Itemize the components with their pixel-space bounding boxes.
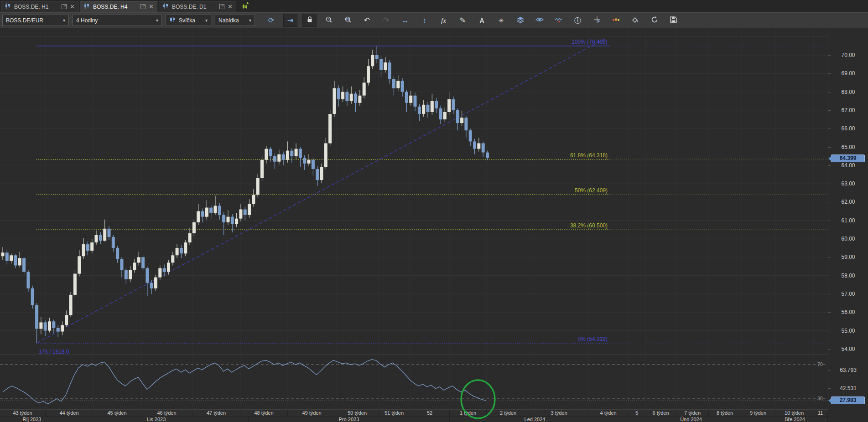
candlestick-icon xyxy=(169,16,176,24)
sync-button[interactable] xyxy=(647,14,661,27)
crosshair-button[interactable] xyxy=(590,14,604,27)
week-label: 47 týden xyxy=(192,410,240,416)
redo-button: ↷ xyxy=(379,14,393,27)
jump-to-latest-button[interactable]: ⇥ xyxy=(283,14,297,27)
fib-level-label[interactable]: 38.2% (60.500) xyxy=(525,222,608,229)
chart-type-select[interactable]: Svíčka▾ xyxy=(166,15,211,26)
horizontal-scale-button[interactable]: ↔ xyxy=(398,14,412,27)
price-axis-label: 69.00 xyxy=(828,70,868,77)
axis-tick xyxy=(828,388,831,389)
rsi-axis-label: 42.531 xyxy=(828,385,868,391)
fib-level-label[interactable]: 100% (70.499) xyxy=(525,39,608,45)
jump-to-latest-icon: ⇥ xyxy=(287,17,293,24)
fib-level-label[interactable]: 0% (54.319) xyxy=(525,336,608,342)
pattern-button[interactable] xyxy=(551,14,566,27)
month-label: Bře 2024 xyxy=(762,417,828,422)
refresh-icon: ⟳ xyxy=(268,17,274,24)
chevron-down-icon: ▾ xyxy=(249,18,251,23)
timeframe-select[interactable]: 4 Hodiny▾ xyxy=(73,15,162,26)
undo-icon: ↶ xyxy=(364,17,370,24)
price-axis-label: 65.00 xyxy=(828,144,868,150)
candlestick-icon xyxy=(162,3,169,10)
dropdown-value: 4 Hodiny xyxy=(76,17,98,24)
price-axis-label: 58.00 xyxy=(828,273,868,279)
symbol-select[interactable]: BOSS.DE/EUR▾ xyxy=(2,15,69,26)
sync-icon xyxy=(651,16,658,25)
chevron-down-icon: ▾ xyxy=(205,18,208,23)
refresh-button[interactable]: ⟳ xyxy=(264,14,278,27)
tab-bar: BOSS.DE, H1✕BOSS.DE, H4✕BOSS.DE, D1✕ xyxy=(0,0,868,12)
layers-button[interactable] xyxy=(513,14,527,27)
chart-region[interactable]: 43 týden44 týden45 týden46 týden47 týden… xyxy=(0,28,868,422)
close-icon[interactable]: ✕ xyxy=(70,4,75,10)
axis-tick xyxy=(828,165,831,166)
week-label: 1 týden xyxy=(450,410,487,416)
week-label: 11 xyxy=(813,410,828,416)
watch-eye-button[interactable] xyxy=(532,14,546,27)
lock-button[interactable] xyxy=(302,14,317,27)
week-label: 45 týden xyxy=(93,410,141,416)
popout-icon[interactable] xyxy=(219,4,224,9)
menu-select[interactable]: Nabídka▾ xyxy=(215,15,255,26)
price-axis[interactable]: 64.399 27.983 70.0069.0068.0067.0066.006… xyxy=(828,28,868,422)
axis-tick xyxy=(828,349,831,350)
redo-icon: ↷ xyxy=(383,17,389,24)
horizontal-scale-icon: ↔ xyxy=(402,17,409,24)
fib-level-label[interactable]: 50% (62.409) xyxy=(525,187,608,194)
month-label: Lis 2023 xyxy=(64,417,249,422)
close-icon[interactable]: ✕ xyxy=(149,4,154,10)
fib-level-label[interactable]: 61.8% (64.318) xyxy=(525,152,608,159)
week-label: 2 týden xyxy=(487,410,530,416)
tab-boss-de-h1[interactable]: BOSS.DE, H1✕ xyxy=(1,1,78,12)
week-label: 52 xyxy=(410,410,450,416)
rsi-level-label: 30 xyxy=(816,396,824,401)
save-button[interactable] xyxy=(666,14,681,27)
week-label: 4 týden xyxy=(588,410,629,416)
rsi-axis-label: 63.793 xyxy=(828,367,868,373)
color-fill-button[interactable] xyxy=(628,14,642,27)
axis-tick xyxy=(828,221,831,221)
time-axis[interactable]: 43 týden44 týden45 týden46 týden47 týden… xyxy=(0,409,828,422)
week-label: 9 týden xyxy=(741,410,775,416)
text-tool-button[interactable]: A xyxy=(475,14,489,27)
zoom-area-icon xyxy=(344,16,352,25)
close-icon[interactable]: ✕ xyxy=(228,4,233,10)
popout-icon[interactable] xyxy=(62,4,67,9)
indicators-fx-button[interactable]: fx xyxy=(437,14,451,27)
tab-boss-de-d1[interactable]: BOSS.DE, D1✕ xyxy=(159,1,236,12)
zoom-area-button[interactable] xyxy=(341,14,355,27)
vertical-scale-button[interactable]: ↕ xyxy=(417,14,431,27)
price-axis-label: 62.00 xyxy=(828,199,868,205)
pattern-icon xyxy=(555,16,563,25)
price-axis-label: 55.00 xyxy=(828,328,868,334)
undo-button[interactable]: ↶ xyxy=(360,14,374,27)
dropdown-value: Nabídka xyxy=(218,17,239,24)
time-axis-week-row: 43 týden44 týden45 týden46 týden47 týden… xyxy=(0,409,828,416)
color-fill-icon xyxy=(631,16,639,25)
price-axis-label: 67.00 xyxy=(828,107,868,113)
popout-icon[interactable] xyxy=(140,4,146,9)
axis-tick xyxy=(828,294,831,294)
axis-tick xyxy=(828,92,831,93)
axis-tick xyxy=(828,257,831,257)
dropdown-value: BOSS.DE/EUR xyxy=(6,17,43,24)
price-axis-label: 68.00 xyxy=(828,89,868,95)
shapes-button[interactable]: ✳ xyxy=(494,14,508,27)
axis-tick xyxy=(828,184,831,184)
add-chart-button[interactable] xyxy=(238,1,253,12)
week-label: 5 xyxy=(629,410,645,416)
draw-pencil-button[interactable]: ✎ xyxy=(456,14,470,27)
info-button[interactable]: ⓘ xyxy=(571,14,585,27)
rsi-level-label: 70 xyxy=(816,361,824,367)
week-label: 49 týden xyxy=(288,410,336,416)
axis-tick xyxy=(828,202,831,202)
toolbar: BOSS.DE/EUR▾4 Hodiny▾Svíčka▾Nabídka▾⟳⇥↶↷… xyxy=(0,12,868,28)
tab-boss-de-h4[interactable]: BOSS.DE, H4✕ xyxy=(80,1,157,12)
text-tool-icon: A xyxy=(479,17,484,24)
axis-tick xyxy=(828,312,831,313)
week-label: 6 týden xyxy=(645,410,676,416)
week-label: 51 týden xyxy=(379,410,410,416)
zoom-time-button[interactable] xyxy=(322,14,336,27)
volume-button[interactable] xyxy=(609,14,623,27)
indicators-fx-icon: fx xyxy=(441,17,446,24)
